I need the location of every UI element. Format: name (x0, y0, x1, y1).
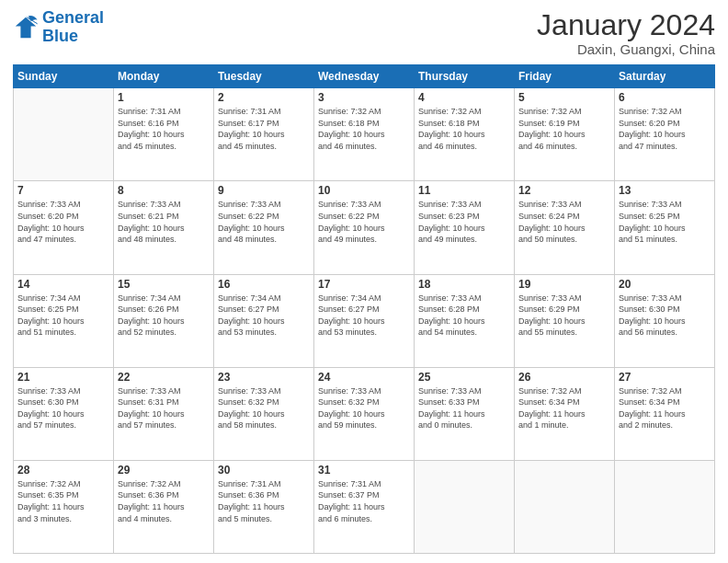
calendar-cell: 29Sunrise: 7:32 AM Sunset: 6:36 PM Dayli… (114, 460, 214, 553)
weekday-wednesday: Wednesday (314, 65, 415, 88)
day-info: Sunrise: 7:33 AM Sunset: 6:33 PM Dayligh… (418, 385, 510, 431)
day-info: Sunrise: 7:33 AM Sunset: 6:28 PM Dayligh… (418, 293, 510, 339)
logo: General Blue (13, 9, 104, 46)
day-number: 5 (518, 91, 610, 104)
weekday-saturday: Saturday (615, 65, 715, 88)
day-info: Sunrise: 7:34 AM Sunset: 6:26 PM Dayligh… (118, 293, 210, 339)
day-info: Sunrise: 7:32 AM Sunset: 6:35 PM Dayligh… (17, 478, 109, 524)
calendar-cell: 22Sunrise: 7:33 AM Sunset: 6:31 PM Dayli… (114, 367, 214, 460)
calendar-cell: 12Sunrise: 7:33 AM Sunset: 6:24 PM Dayli… (515, 181, 615, 274)
calendar-cell: 4Sunrise: 7:32 AM Sunset: 6:18 PM Daylig… (415, 88, 515, 181)
day-number: 15 (118, 278, 210, 291)
calendar-cell: 6Sunrise: 7:32 AM Sunset: 6:20 PM Daylig… (615, 88, 715, 181)
calendar: SundayMondayTuesdayWednesdayThursdayFrid… (13, 64, 715, 554)
day-number: 21 (17, 371, 109, 384)
calendar-cell: 15Sunrise: 7:34 AM Sunset: 6:26 PM Dayli… (114, 274, 214, 367)
day-number: 27 (619, 371, 711, 384)
week-row-4: 28Sunrise: 7:32 AM Sunset: 6:35 PM Dayli… (14, 460, 715, 553)
day-info: Sunrise: 7:32 AM Sunset: 6:18 PM Dayligh… (318, 106, 410, 152)
calendar-cell: 19Sunrise: 7:33 AM Sunset: 6:29 PM Dayli… (515, 274, 615, 367)
day-number: 11 (418, 184, 510, 197)
day-number: 14 (17, 278, 109, 291)
day-number: 24 (318, 371, 410, 384)
title-block: January 2024 Daxin, Guangxi, China (537, 9, 715, 57)
calendar-cell: 26Sunrise: 7:32 AM Sunset: 6:34 PM Dayli… (515, 367, 615, 460)
calendar-cell: 31Sunrise: 7:31 AM Sunset: 6:37 PM Dayli… (314, 460, 415, 553)
calendar-cell: 7Sunrise: 7:33 AM Sunset: 6:20 PM Daylig… (14, 181, 114, 274)
day-number: 25 (418, 371, 510, 384)
svg-marker-0 (16, 17, 36, 38)
weekday-friday: Friday (515, 65, 615, 88)
day-info: Sunrise: 7:33 AM Sunset: 6:23 PM Dayligh… (418, 199, 510, 245)
header: General Blue January 2024 Daxin, Guangxi… (13, 9, 715, 57)
calendar-cell: 2Sunrise: 7:31 AM Sunset: 6:17 PM Daylig… (214, 88, 314, 181)
day-number: 19 (518, 278, 610, 291)
calendar-cell: 27Sunrise: 7:32 AM Sunset: 6:34 PM Dayli… (615, 367, 715, 460)
day-number: 7 (17, 184, 109, 197)
day-info: Sunrise: 7:32 AM Sunset: 6:36 PM Dayligh… (118, 478, 210, 524)
day-number: 2 (218, 91, 310, 104)
calendar-cell: 30Sunrise: 7:31 AM Sunset: 6:36 PM Dayli… (214, 460, 314, 553)
day-number: 9 (218, 184, 310, 197)
logo-line1: General (42, 8, 104, 27)
day-info: Sunrise: 7:32 AM Sunset: 6:18 PM Dayligh… (418, 106, 510, 152)
calendar-cell: 23Sunrise: 7:33 AM Sunset: 6:32 PM Dayli… (214, 367, 314, 460)
day-number: 26 (518, 371, 610, 384)
calendar-cell: 20Sunrise: 7:33 AM Sunset: 6:30 PM Dayli… (615, 274, 715, 367)
day-info: Sunrise: 7:31 AM Sunset: 6:37 PM Dayligh… (318, 478, 410, 524)
day-number: 13 (619, 184, 711, 197)
calendar-cell: 28Sunrise: 7:32 AM Sunset: 6:35 PM Dayli… (14, 460, 114, 553)
day-number: 22 (118, 371, 210, 384)
day-info: Sunrise: 7:33 AM Sunset: 6:21 PM Dayligh… (118, 199, 210, 245)
calendar-cell: 14Sunrise: 7:34 AM Sunset: 6:25 PM Dayli… (14, 274, 114, 367)
day-number: 12 (518, 184, 610, 197)
day-info: Sunrise: 7:33 AM Sunset: 6:30 PM Dayligh… (17, 385, 109, 431)
calendar-cell: 8Sunrise: 7:33 AM Sunset: 6:21 PM Daylig… (114, 181, 214, 274)
calendar-cell: 18Sunrise: 7:33 AM Sunset: 6:28 PM Dayli… (415, 274, 515, 367)
day-number: 8 (118, 184, 210, 197)
weekday-sunday: Sunday (14, 65, 114, 88)
weekday-tuesday: Tuesday (214, 65, 314, 88)
day-info: Sunrise: 7:33 AM Sunset: 6:32 PM Dayligh… (318, 385, 410, 431)
day-info: Sunrise: 7:34 AM Sunset: 6:25 PM Dayligh… (17, 293, 109, 339)
calendar-cell (615, 460, 715, 553)
day-number: 6 (619, 91, 711, 104)
week-row-2: 14Sunrise: 7:34 AM Sunset: 6:25 PM Dayli… (14, 274, 715, 367)
day-info: Sunrise: 7:33 AM Sunset: 6:22 PM Dayligh… (318, 199, 410, 245)
location: Daxin, Guangxi, China (537, 41, 715, 57)
calendar-cell (14, 88, 114, 181)
month-year: January 2024 (537, 9, 715, 41)
calendar-cell: 25Sunrise: 7:33 AM Sunset: 6:33 PM Dayli… (415, 367, 515, 460)
day-number: 30 (218, 464, 310, 477)
day-info: Sunrise: 7:33 AM Sunset: 6:25 PM Dayligh… (619, 199, 711, 245)
day-number: 10 (318, 184, 410, 197)
logo-line2: Blue (42, 28, 104, 46)
week-row-1: 7Sunrise: 7:33 AM Sunset: 6:20 PM Daylig… (14, 181, 715, 274)
day-number: 31 (318, 464, 410, 477)
day-info: Sunrise: 7:31 AM Sunset: 6:16 PM Dayligh… (118, 106, 210, 152)
calendar-cell: 10Sunrise: 7:33 AM Sunset: 6:22 PM Dayli… (314, 181, 415, 274)
calendar-cell: 3Sunrise: 7:32 AM Sunset: 6:18 PM Daylig… (314, 88, 415, 181)
logo-icon (13, 15, 39, 40)
day-number: 18 (418, 278, 510, 291)
calendar-cell: 11Sunrise: 7:33 AM Sunset: 6:23 PM Dayli… (415, 181, 515, 274)
page: General Blue January 2024 Daxin, Guangxi… (0, 0, 728, 563)
day-number: 20 (619, 278, 711, 291)
day-info: Sunrise: 7:33 AM Sunset: 6:31 PM Dayligh… (118, 385, 210, 431)
calendar-cell (415, 460, 515, 553)
logo-text: General Blue (42, 9, 104, 46)
calendar-cell: 13Sunrise: 7:33 AM Sunset: 6:25 PM Dayli… (615, 181, 715, 274)
calendar-cell: 5Sunrise: 7:32 AM Sunset: 6:19 PM Daylig… (515, 88, 615, 181)
day-info: Sunrise: 7:32 AM Sunset: 6:19 PM Dayligh… (518, 106, 610, 152)
calendar-cell: 24Sunrise: 7:33 AM Sunset: 6:32 PM Dayli… (314, 367, 415, 460)
day-info: Sunrise: 7:33 AM Sunset: 6:22 PM Dayligh… (218, 199, 310, 245)
day-info: Sunrise: 7:33 AM Sunset: 6:32 PM Dayligh… (218, 385, 310, 431)
day-number: 1 (118, 91, 210, 104)
day-number: 16 (218, 278, 310, 291)
week-row-0: 1Sunrise: 7:31 AM Sunset: 6:16 PM Daylig… (14, 88, 715, 181)
day-info: Sunrise: 7:33 AM Sunset: 6:20 PM Dayligh… (17, 199, 109, 245)
day-info: Sunrise: 7:34 AM Sunset: 6:27 PM Dayligh… (318, 293, 410, 339)
day-info: Sunrise: 7:32 AM Sunset: 6:34 PM Dayligh… (619, 385, 711, 431)
day-info: Sunrise: 7:34 AM Sunset: 6:27 PM Dayligh… (218, 293, 310, 339)
calendar-cell: 16Sunrise: 7:34 AM Sunset: 6:27 PM Dayli… (214, 274, 314, 367)
